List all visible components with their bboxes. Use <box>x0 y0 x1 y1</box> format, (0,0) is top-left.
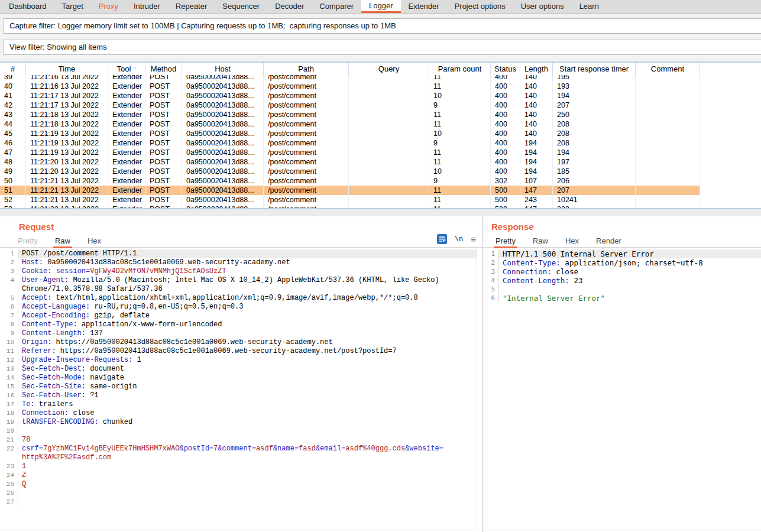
table-cell: 500 <box>491 195 520 205</box>
text-segment: Chrome/71.0.3578.98 Safari/537.36 <box>22 285 163 293</box>
table-row-46[interactable]: 4611:21:19 13 Jul 2022ExtenderPOST0a9500… <box>0 138 761 148</box>
top-tab-proxy[interactable]: Proxy <box>91 0 126 13</box>
table-cell: 107 <box>520 176 553 186</box>
text-segment: Q <box>22 480 26 488</box>
top-tab-extender[interactable]: Extender <box>401 0 447 13</box>
table-row-40[interactable]: 4011:21:16 13 Jul 2022ExtenderPOST0a9500… <box>0 82 761 91</box>
top-tab-target[interactable]: Target <box>54 0 91 13</box>
table-cell: 49 <box>0 167 26 176</box>
request-tab-hex[interactable]: Hex <box>86 236 103 246</box>
response-tab-render[interactable]: Render <box>594 236 623 246</box>
column-header-comment[interactable]: Comment <box>636 63 700 75</box>
menu-icon[interactable]: ≡ <box>471 234 476 244</box>
log-table-body[interactable]: 3911:21:16 13 Jul 2022ExtenderPOST0a9500… <box>0 75 761 208</box>
top-tab-project-options[interactable]: Project options <box>447 0 513 13</box>
table-cell <box>349 75 429 82</box>
word-wrap-icon[interactable] <box>437 234 447 244</box>
view-filter-bar[interactable]: View filter: Showing all items <box>4 40 761 55</box>
table-row-41[interactable]: 4111:21:17 13 Jul 2022ExtenderPOST0a9500… <box>0 91 761 100</box>
table-cell <box>636 148 700 157</box>
text-segment: Sec-Fetch-Mode: <box>22 374 86 382</box>
table-cell: 11 <box>429 82 491 91</box>
table-cell: /post/comment <box>264 205 349 208</box>
table-cell: Extender <box>108 148 145 157</box>
table-cell: 52 <box>0 195 26 205</box>
table-cell: 0a9500020413d88... <box>182 91 264 100</box>
table-cell: /post/comment <box>264 110 349 119</box>
column-header-tool[interactable]: Tool^ <box>108 63 145 75</box>
top-tab-logger[interactable]: Logger <box>361 0 400 13</box>
column-header-method[interactable]: Method <box>145 63 182 75</box>
table-cell: 11:21:17 13 Jul 2022 <box>26 91 108 100</box>
table-row-39[interactable]: 3911:21:16 13 Jul 2022ExtenderPOST0a9500… <box>0 75 761 82</box>
horizontal-splitter[interactable] <box>0 209 761 216</box>
column-header-query[interactable]: Query <box>349 63 429 75</box>
table-cell-filler <box>700 119 761 129</box>
table-cell: 140 <box>520 75 553 82</box>
response-tab-raw[interactable]: Raw <box>531 236 550 246</box>
text-segment: asdf%40ggg.cds <box>345 445 405 453</box>
newline-toggle[interactable]: \n <box>455 235 463 244</box>
column-header-length[interactable]: Length <box>520 63 553 75</box>
request-tab-pretty[interactable]: Pretty <box>16 236 40 246</box>
column-label: Length <box>524 64 548 73</box>
top-tab-intruder[interactable]: Intruder <box>126 0 168 13</box>
top-tab-dashboard[interactable]: Dashboard <box>1 0 54 13</box>
response-tab-hex[interactable]: Hex <box>564 236 581 246</box>
request-editor[interactable]: 1POST /post/comment HTTP/1.12Host: 0a950… <box>0 249 477 530</box>
editor-line: 6Accept-Language: ru-RU,ru;q=0.8,en-US;q… <box>0 303 477 312</box>
editor-line: 4User-Agent: Mozilla/5.0 (Macintosh; Int… <box>0 276 477 285</box>
top-tab-comparer[interactable]: Comparer <box>312 0 361 13</box>
text-segment: 0a9500020413d88ac08c5c1e001a0069.web-sec… <box>43 258 290 267</box>
table-row-53[interactable]: 5311:21:22 13 Jul 2022ExtenderPOST0a9500… <box>0 205 761 208</box>
top-tab-decoder[interactable]: Decoder <box>267 0 312 13</box>
response-tab-pretty[interactable]: Pretty <box>494 236 517 248</box>
table-row-48[interactable]: 4811:21:20 13 Jul 2022ExtenderPOST0a9500… <box>0 157 761 167</box>
top-tab-sequencer[interactable]: Sequencer <box>215 0 267 13</box>
column-header-param-count[interactable]: Param count <box>429 63 491 75</box>
table-row-47[interactable]: 4711:21:19 13 Jul 2022ExtenderPOST0a9500… <box>0 148 761 157</box>
table-row-45[interactable]: 4511:21:19 13 Jul 2022ExtenderPOST0a9500… <box>0 129 761 138</box>
table-row-42[interactable]: 4211:21:17 13 Jul 2022ExtenderPOST0a9500… <box>0 100 761 110</box>
table-cell <box>636 91 700 100</box>
editor-line: 231 <box>0 462 477 471</box>
text-segment: &website= <box>405 445 443 453</box>
request-tab-raw[interactable]: Raw <box>53 236 72 248</box>
column-header-start-response-timer[interactable]: Start response timer <box>553 63 636 75</box>
table-row-50[interactable]: 5011:21:21 13 Jul 2022ExtenderPOST0a9500… <box>0 176 761 186</box>
line-content: http%3A%2F%2Fasdf.com <box>18 453 477 462</box>
text-segment: Mozilla/5.0 (Macintosh; Intel Mac OS X 1… <box>69 276 439 284</box>
top-tab-user-options[interactable]: User options <box>513 0 572 13</box>
table-row-52[interactable]: 5211:21:21 13 Jul 2022ExtenderPOST0a9500… <box>0 195 761 205</box>
line-content: Chrome/71.0.3578.98 Safari/537.36 <box>18 285 477 294</box>
line-number: 10 <box>0 338 18 347</box>
line-number: 1 <box>0 249 18 258</box>
line-number: 11 <box>0 347 18 356</box>
text-segment: navigate <box>86 374 124 382</box>
column-header-host[interactable]: Host <box>182 63 264 75</box>
text-segment: text/html,application/xhtml+xml,applicat… <box>51 294 417 302</box>
editor-line: 6"Internal Server Error" <box>484 294 761 303</box>
top-tab-repeater[interactable]: Repeater <box>168 0 215 13</box>
column-header-path[interactable]: Path <box>264 63 349 75</box>
top-tab-learn[interactable]: Learn <box>572 0 607 13</box>
request-toolbar: \n ≡ <box>437 234 476 244</box>
table-row-44[interactable]: 4411:21:18 13 Jul 2022ExtenderPOST0a9500… <box>0 119 761 129</box>
text-segment: &postId= <box>179 445 213 453</box>
capture-filter-bar[interactable]: Capture filter: Logger memory limit set … <box>4 18 761 34</box>
column-header-time[interactable]: Time <box>26 63 108 75</box>
table-cell: 140 <box>520 129 553 138</box>
column-header-blank[interactable]: # <box>0 63 26 75</box>
text-segment: Sec-Fetch-User: <box>22 391 86 400</box>
response-editor[interactable]: 1HTTP/1.1 500 Internal Server Error2Cont… <box>484 249 761 530</box>
table-row-49[interactable]: 4911:21:20 13 Jul 2022ExtenderPOST0a9500… <box>0 167 761 176</box>
table-row-51[interactable]: 5111:21:21 13 Jul 2022ExtenderPOST0a9500… <box>0 186 761 195</box>
table-cell: 11 <box>429 195 491 205</box>
text-segment: https://0a9500020413d88ac08c5c1e001a0069… <box>51 338 332 346</box>
table-row-43[interactable]: 4311:21:18 13 Jul 2022ExtenderPOST0a9500… <box>0 110 761 119</box>
text-segment: Te: <box>22 400 35 408</box>
line-content: Content-Length: 137 <box>18 329 477 338</box>
editor-line: 5 <box>484 285 761 294</box>
column-header-status[interactable]: Status <box>491 63 520 75</box>
table-cell: Extender <box>108 91 145 100</box>
